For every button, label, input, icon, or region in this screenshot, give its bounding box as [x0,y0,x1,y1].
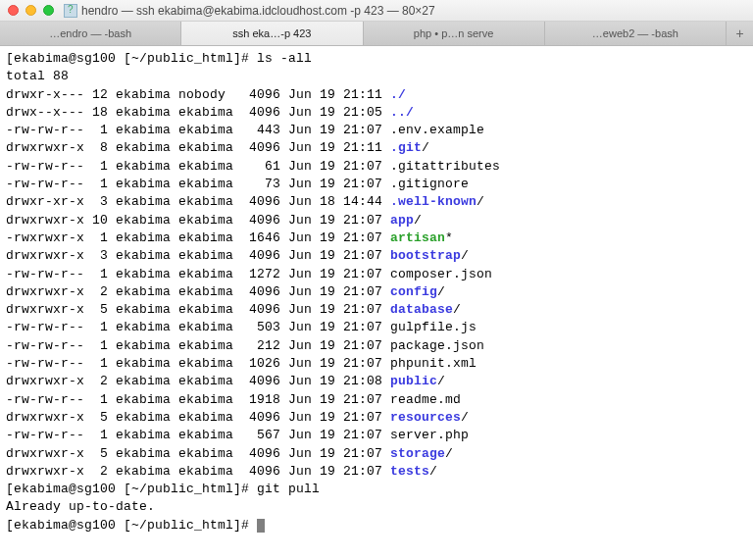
ls-row: drwxrwxr-x 5 ekabima ekabima 4096 Jun 19… [6,410,469,425]
ls-row: drwxrwxr-x 2 ekabima ekabima 4096 Jun 19… [6,374,445,388]
ls-row: -rw-rw-r-- 1 ekabima ekabima 1026 Jun 19… [6,356,477,371]
ls-row: drwxrwxr-x 2 ekabima ekabima 4096 Jun 19… [6,284,445,299]
ls-row: -rw-rw-r-- 1 ekabima ekabima 1918 Jun 19… [6,392,461,407]
terminal-proxy-icon [64,4,77,18]
terminal-tab-3[interactable]: …eweb2 — -bash [545,22,726,45]
ls-row: -rw-rw-r-- 1 ekabima ekabima 212 Jun 19 … [6,338,484,353]
ls-row: drwxrwxr-x 5 ekabima ekabima 4096 Jun 19… [6,302,461,317]
prompt-line: [ekabima@sg100 [~/public_html]# ls -all [6,51,312,66]
prompt-line: [ekabima@sg100 [~/public_html]# git pull [6,482,320,496]
tab-bar: …endro — -bashssh eka…-p 423php • p…n se… [0,22,753,46]
ls-row: -rw-rw-r-- 1 ekabima ekabima 567 Jun 19 … [6,428,469,442]
ls-row: drwxr-x--- 12 ekabima nobody 4096 Jun 19… [6,87,406,102]
terminal-output[interactable]: [ekabima@sg100 [~/public_html]# ls -all … [0,46,753,535]
window-title: hendro — ssh ekabima@ekabima.idcloudhost… [81,4,745,18]
ls-row: -rw-rw-r-- 1 ekabima ekabima 443 Jun 19 … [6,123,484,137]
ls-row: -rw-rw-r-- 1 ekabima ekabima 1272 Jun 19… [6,267,492,281]
ls-row: -rwxrwxr-x 1 ekabima ekabima 1646 Jun 19… [6,230,453,245]
prompt-line: [ekabima@sg100 [~/public_html]# [6,518,257,533]
total-line: total 88 [6,69,69,83]
terminal-tab-0[interactable]: …endro — -bash [0,22,181,45]
ls-row: -rw-rw-r-- 1 ekabima ekabima 503 Jun 19 … [6,320,477,334]
ls-row: drwxrwxr-x 2 ekabima ekabima 4096 Jun 19… [6,464,437,479]
window-controls [8,5,54,16]
terminal-tab-2[interactable]: php • p…n serve [364,22,545,45]
terminal-tab-1[interactable]: ssh eka…-p 423 [181,22,363,45]
git-output: Already up-to-date. [6,499,155,514]
ls-row: -rw-rw-r-- 1 ekabima ekabima 61 Jun 19 2… [6,159,500,174]
ls-row: drwxr-xr-x 3 ekabima ekabima 4096 Jun 18… [6,194,484,209]
new-tab-button[interactable]: + [726,22,753,45]
ls-row: drwxrwxr-x 5 ekabima ekabima 4096 Jun 19… [6,446,453,461]
cursor [257,519,265,533]
title-bar: hendro — ssh ekabima@ekabima.idcloudhost… [0,0,753,22]
ls-row: -rw-rw-r-- 1 ekabima ekabima 73 Jun 19 2… [6,177,469,191]
ls-row: drwx--x--- 18 ekabima ekabima 4096 Jun 1… [6,105,414,120]
ls-row: drwxrwxr-x 3 ekabima ekabima 4096 Jun 19… [6,248,469,263]
zoom-window-button[interactable] [43,5,54,16]
ls-row: drwxrwxr-x 10 ekabima ekabima 4096 Jun 1… [6,213,422,228]
minimize-window-button[interactable] [25,5,36,16]
close-window-button[interactable] [8,5,19,16]
ls-row: drwxrwxr-x 8 ekabima ekabima 4096 Jun 19… [6,140,429,155]
